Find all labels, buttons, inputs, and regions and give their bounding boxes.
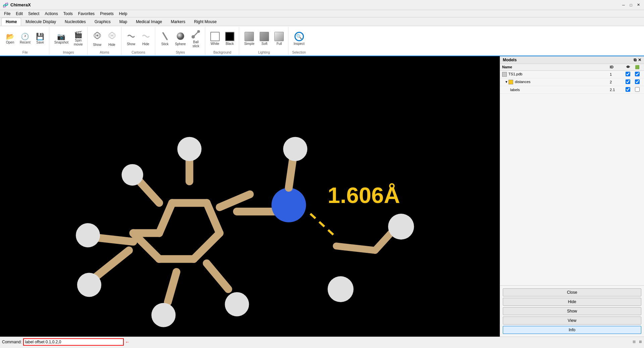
minimize-button[interactable]: ─ (621, 2, 627, 8)
app-title: 🧬 ChimeraX (3, 2, 31, 8)
toolbar-group-background: White Black Background (206, 27, 239, 55)
distances-box-checkbox[interactable] (635, 79, 640, 84)
tab-right-mouse[interactable]: Right Mouse (190, 18, 221, 26)
menu-help[interactable]: Help (116, 11, 130, 17)
svg-line-6 (163, 33, 167, 40)
sphere-button[interactable]: Sphere (173, 30, 188, 48)
open-label: Open (6, 41, 14, 45)
hide-cartoons-button[interactable]: Hide (139, 30, 153, 48)
atoms-buttons: Show Hide (90, 27, 119, 50)
file-buttons: 📂 Open 🕐 Recent 💾 Save (3, 27, 47, 50)
sphere-label: Sphere (175, 42, 186, 46)
show-atoms-button[interactable]: Show (90, 29, 104, 49)
tab-home[interactable]: Home (1, 18, 21, 26)
model-row-labels[interactable]: labels 2.1 (500, 86, 644, 94)
inspect-button[interactable]: 🔍 Inspect (291, 30, 307, 48)
spinmovie-button[interactable]: 🎬 Spinmovie (71, 29, 85, 48)
tab-markers[interactable]: Markers (166, 18, 190, 26)
distances-expand-icon[interactable]: ▾ (505, 80, 507, 84)
selection-group-label: Selection (292, 50, 306, 54)
models-table-header: Name ID 👁 🟩 (500, 64, 644, 71)
labels-box-checkbox[interactable] (635, 87, 640, 92)
svg-text:1.606Å: 1.606Å (328, 183, 400, 208)
bg-black-button[interactable]: Black (223, 30, 237, 48)
menu-edit[interactable]: Edit (13, 11, 25, 17)
distances-id: 2 (610, 80, 623, 84)
show-cartoons-button[interactable]: Show (124, 30, 138, 48)
viewport[interactable]: 1.606Å (0, 56, 500, 337)
svg-point-38 (225, 292, 249, 316)
command-input[interactable] (23, 338, 124, 346)
models-title: Models (503, 58, 517, 62)
simple-button[interactable]: Simple (242, 30, 257, 48)
snapshot-button[interactable]: 📷 Snapshot (52, 31, 71, 46)
tab-nucleotides[interactable]: Nucleotides (60, 18, 90, 26)
col-name: Name (502, 65, 610, 69)
show-model-button[interactable]: Show (503, 307, 641, 315)
tab-molecule-display[interactable]: Molecule Display (21, 18, 60, 26)
menu-tools[interactable]: Tools (61, 11, 75, 17)
action-buttons: Close Hide Show View Info (500, 285, 644, 337)
tab-medical-image[interactable]: Medical Image (131, 18, 166, 26)
hide-atoms-label: Hide (108, 43, 115, 47)
cartoons-group-label: Cartoons (131, 50, 145, 54)
bg-black-label: Black (226, 42, 234, 46)
ts1-box (633, 72, 642, 77)
ts1-color (502, 72, 507, 77)
models-header-icons: ⧉ ✕ (634, 58, 641, 62)
menu-presets[interactable]: Presets (97, 11, 116, 17)
menu-select[interactable]: Select (25, 11, 42, 17)
svg-point-5 (111, 34, 113, 37)
show-cartoons-icon (126, 31, 136, 42)
molecule-visualization: 1.606Å (0, 56, 500, 337)
menu-actions[interactable]: Actions (42, 11, 60, 17)
full-button[interactable]: Full (272, 30, 286, 48)
full-label: Full (276, 42, 282, 46)
stick-button[interactable]: Stick (158, 30, 172, 48)
info-model-button[interactable]: Info (503, 326, 641, 334)
hide-atoms-icon (107, 31, 117, 42)
model-row-distances[interactable]: ▾ distances 2 (500, 78, 644, 86)
open-button[interactable]: 📂 Open (3, 31, 17, 46)
hide-model-button[interactable]: Hide (503, 298, 641, 306)
maximize-button[interactable]: □ (628, 2, 634, 8)
soft-button[interactable]: Soft (257, 30, 271, 48)
bg-white-label: White (211, 42, 219, 46)
ballstick-button[interactable]: Ballstick (189, 28, 203, 50)
recent-icon: 🕐 (21, 33, 29, 40)
toolbar-group-atoms: Show Hide Atoms (88, 27, 121, 55)
images-buttons: 📷 Snapshot 🎬 Spinmovie (52, 27, 85, 50)
svg-point-2 (96, 34, 98, 37)
show-atoms-label: Show (93, 43, 101, 47)
menu-file[interactable]: File (1, 11, 13, 17)
show-cartoons-label: Show (127, 42, 135, 46)
atoms-group-label: Atoms (100, 50, 109, 54)
labels-box (633, 87, 642, 92)
models-restore-icon[interactable]: ⧉ (634, 58, 637, 62)
save-button[interactable]: 💾 Save (34, 31, 47, 46)
file-group-label: File (22, 50, 28, 54)
tab-map[interactable]: Map (115, 18, 131, 26)
model-row-ts1[interactable]: TS1.pdb 1 (500, 71, 644, 78)
menu-favorites[interactable]: Favorites (75, 11, 97, 17)
snapshot-label: Snapshot (54, 41, 68, 45)
tab-graphics[interactable]: Graphics (90, 18, 115, 26)
ts1-id: 1 (610, 72, 623, 76)
status-bar-right: ⊞ 🖥 (633, 340, 642, 344)
ts1-box-checkbox[interactable] (635, 72, 640, 76)
hide-atoms-button[interactable]: Hide (105, 29, 119, 49)
labels-eye-checkbox[interactable] (626, 87, 630, 92)
close-model-button[interactable]: Close (503, 288, 641, 296)
models-close-icon[interactable]: ✕ (638, 58, 641, 62)
view-model-button[interactable]: View (503, 317, 641, 325)
svg-line-28 (289, 158, 293, 188)
close-button[interactable]: ✕ (635, 2, 641, 8)
distances-eye-checkbox[interactable] (626, 79, 630, 84)
ts1-eye-checkbox[interactable] (626, 72, 630, 76)
background-group-label: Background (213, 50, 231, 54)
recent-button[interactable]: 🕐 Recent (17, 31, 33, 46)
bg-white-button[interactable]: White (208, 30, 222, 48)
spinmovie-label: Spinmovie (74, 39, 83, 47)
svg-point-40 (328, 276, 354, 302)
stick-label: Stick (161, 42, 169, 46)
